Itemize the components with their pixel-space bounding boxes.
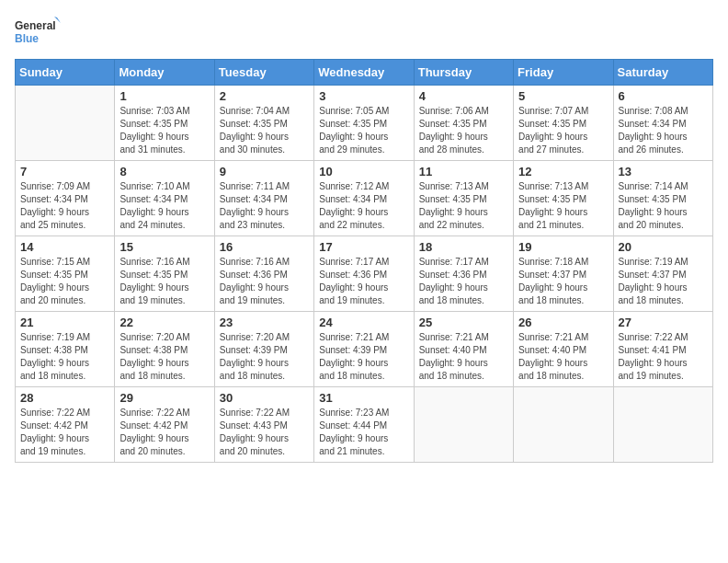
calendar-cell: 6Sunrise: 7:08 AM Sunset: 4:34 PM Daylig…: [613, 86, 712, 161]
day-info: Sunrise: 7:06 AM Sunset: 4:35 PM Dayligh…: [419, 105, 508, 156]
calendar-cell: 28Sunrise: 7:22 AM Sunset: 4:42 PM Dayli…: [16, 387, 115, 463]
day-info: Sunrise: 7:13 AM Sunset: 4:35 PM Dayligh…: [518, 180, 608, 232]
header-thursday: Thursday: [414, 60, 513, 86]
day-number: 31: [319, 391, 408, 405]
day-number: 29: [119, 391, 209, 405]
calendar-cell: [414, 387, 513, 463]
header-tuesday: Tuesday: [214, 60, 313, 86]
calendar-cell: 7Sunrise: 7:09 AM Sunset: 4:34 PM Daylig…: [16, 161, 115, 236]
day-info: Sunrise: 7:21 AM Sunset: 4:39 PM Dayligh…: [319, 331, 408, 383]
calendar: SundayMondayTuesdayWednesdayThursdayFrid…: [15, 59, 713, 463]
header-monday: Monday: [115, 60, 214, 86]
calendar-cell: 1Sunrise: 7:03 AM Sunset: 4:35 PM Daylig…: [115, 86, 214, 161]
calendar-cell: 29Sunrise: 7:22 AM Sunset: 4:42 PM Dayli…: [115, 387, 214, 463]
calendar-cell: 26Sunrise: 7:21 AM Sunset: 4:40 PM Dayli…: [514, 312, 613, 387]
calendar-cell: [16, 86, 115, 161]
calendar-cell: 4Sunrise: 7:06 AM Sunset: 4:35 PM Daylig…: [414, 86, 513, 161]
day-info: Sunrise: 7:22 AM Sunset: 4:41 PM Dayligh…: [619, 331, 708, 383]
day-number: 20: [619, 240, 708, 254]
day-number: 6: [619, 89, 708, 103]
calendar-cell: 22Sunrise: 7:20 AM Sunset: 4:38 PM Dayli…: [115, 312, 214, 387]
day-number: 16: [220, 240, 309, 254]
day-info: Sunrise: 7:11 AM Sunset: 4:34 PM Dayligh…: [220, 180, 309, 232]
calendar-cell: 14Sunrise: 7:15 AM Sunset: 4:35 PM Dayli…: [16, 236, 115, 312]
day-info: Sunrise: 7:22 AM Sunset: 4:42 PM Dayligh…: [20, 407, 109, 458]
day-number: 12: [518, 165, 608, 178]
day-number: 18: [419, 240, 508, 254]
header-saturday: Saturday: [613, 60, 712, 86]
calendar-cell: 25Sunrise: 7:21 AM Sunset: 4:40 PM Dayli…: [414, 312, 513, 387]
day-info: Sunrise: 7:14 AM Sunset: 4:35 PM Dayligh…: [619, 180, 708, 232]
day-info: Sunrise: 7:15 AM Sunset: 4:35 PM Dayligh…: [20, 256, 109, 307]
day-number: 22: [119, 316, 209, 329]
week-row-5: 28Sunrise: 7:22 AM Sunset: 4:42 PM Dayli…: [16, 387, 713, 463]
day-info: Sunrise: 7:09 AM Sunset: 4:34 PM Dayligh…: [20, 180, 109, 232]
calendar-cell: 5Sunrise: 7:07 AM Sunset: 4:35 PM Daylig…: [514, 86, 613, 161]
day-number: 11: [419, 165, 508, 178]
calendar-cell: 30Sunrise: 7:22 AM Sunset: 4:43 PM Dayli…: [214, 387, 313, 463]
day-info: Sunrise: 7:20 AM Sunset: 4:38 PM Dayligh…: [119, 331, 209, 383]
day-number: 26: [518, 316, 608, 329]
calendar-cell: [613, 387, 712, 463]
day-info: Sunrise: 7:16 AM Sunset: 4:35 PM Dayligh…: [119, 256, 209, 307]
day-info: Sunrise: 7:05 AM Sunset: 4:35 PM Dayligh…: [319, 105, 408, 156]
calendar-cell: 27Sunrise: 7:22 AM Sunset: 4:41 PM Dayli…: [613, 312, 712, 387]
day-info: Sunrise: 7:10 AM Sunset: 4:34 PM Dayligh…: [119, 180, 209, 232]
calendar-cell: 17Sunrise: 7:17 AM Sunset: 4:36 PM Dayli…: [314, 236, 414, 312]
svg-text:Blue: Blue: [15, 32, 39, 45]
week-row-3: 14Sunrise: 7:15 AM Sunset: 4:35 PM Dayli…: [16, 236, 713, 312]
day-info: Sunrise: 7:18 AM Sunset: 4:37 PM Dayligh…: [518, 256, 608, 307]
day-info: Sunrise: 7:17 AM Sunset: 4:36 PM Dayligh…: [419, 256, 508, 307]
header-sunday: Sunday: [16, 60, 115, 86]
header: General Blue: [15, 15, 713, 52]
week-row-2: 7Sunrise: 7:09 AM Sunset: 4:34 PM Daylig…: [16, 161, 713, 236]
day-number: 25: [419, 316, 508, 329]
calendar-cell: 21Sunrise: 7:19 AM Sunset: 4:38 PM Dayli…: [16, 312, 115, 387]
day-info: Sunrise: 7:21 AM Sunset: 4:40 PM Dayligh…: [419, 331, 508, 383]
day-info: Sunrise: 7:22 AM Sunset: 4:43 PM Dayligh…: [220, 407, 309, 458]
calendar-cell: 13Sunrise: 7:14 AM Sunset: 4:35 PM Dayli…: [613, 161, 712, 236]
calendar-cell: 9Sunrise: 7:11 AM Sunset: 4:34 PM Daylig…: [214, 161, 313, 236]
day-info: Sunrise: 7:03 AM Sunset: 4:35 PM Dayligh…: [119, 105, 209, 156]
day-number: 7: [20, 165, 109, 178]
calendar-cell: 31Sunrise: 7:23 AM Sunset: 4:44 PM Dayli…: [314, 387, 414, 463]
day-info: Sunrise: 7:08 AM Sunset: 4:34 PM Dayligh…: [619, 105, 708, 156]
day-number: 3: [319, 89, 408, 103]
day-header-row: SundayMondayTuesdayWednesdayThursdayFrid…: [16, 60, 713, 86]
day-number: 10: [319, 165, 408, 178]
day-number: 14: [20, 240, 109, 254]
calendar-cell: 12Sunrise: 7:13 AM Sunset: 4:35 PM Dayli…: [514, 161, 613, 236]
day-number: 15: [119, 240, 209, 254]
day-number: 30: [220, 391, 309, 405]
day-info: Sunrise: 7:04 AM Sunset: 4:35 PM Dayligh…: [220, 105, 309, 156]
calendar-cell: 16Sunrise: 7:16 AM Sunset: 4:36 PM Dayli…: [214, 236, 313, 312]
day-number: 24: [319, 316, 408, 329]
day-info: Sunrise: 7:19 AM Sunset: 4:38 PM Dayligh…: [20, 331, 109, 383]
day-info: Sunrise: 7:12 AM Sunset: 4:34 PM Dayligh…: [319, 180, 408, 232]
logo-svg: General Blue: [15, 15, 61, 52]
logo: General Blue: [15, 15, 61, 52]
day-info: Sunrise: 7:07 AM Sunset: 4:35 PM Dayligh…: [518, 105, 608, 156]
svg-text:General: General: [15, 19, 56, 32]
day-number: 1: [119, 89, 209, 103]
week-row-1: 1Sunrise: 7:03 AM Sunset: 4:35 PM Daylig…: [16, 86, 713, 161]
day-info: Sunrise: 7:21 AM Sunset: 4:40 PM Dayligh…: [518, 331, 608, 383]
calendar-cell: 3Sunrise: 7:05 AM Sunset: 4:35 PM Daylig…: [314, 86, 414, 161]
calendar-cell: 19Sunrise: 7:18 AM Sunset: 4:37 PM Dayli…: [514, 236, 613, 312]
calendar-cell: [514, 387, 613, 463]
day-number: 13: [619, 165, 708, 178]
day-number: 2: [220, 89, 309, 103]
day-number: 8: [119, 165, 209, 178]
calendar-cell: 24Sunrise: 7:21 AM Sunset: 4:39 PM Dayli…: [314, 312, 414, 387]
day-number: 4: [419, 89, 508, 103]
day-number: 9: [220, 165, 309, 178]
day-number: 17: [319, 240, 408, 254]
day-info: Sunrise: 7:23 AM Sunset: 4:44 PM Dayligh…: [319, 407, 408, 458]
day-number: 28: [20, 391, 109, 405]
day-number: 23: [220, 316, 309, 329]
calendar-cell: 20Sunrise: 7:19 AM Sunset: 4:37 PM Dayli…: [613, 236, 712, 312]
day-number: 21: [20, 316, 109, 329]
calendar-cell: 23Sunrise: 7:20 AM Sunset: 4:39 PM Dayli…: [214, 312, 313, 387]
day-info: Sunrise: 7:17 AM Sunset: 4:36 PM Dayligh…: [319, 256, 408, 307]
day-info: Sunrise: 7:19 AM Sunset: 4:37 PM Dayligh…: [619, 256, 708, 307]
